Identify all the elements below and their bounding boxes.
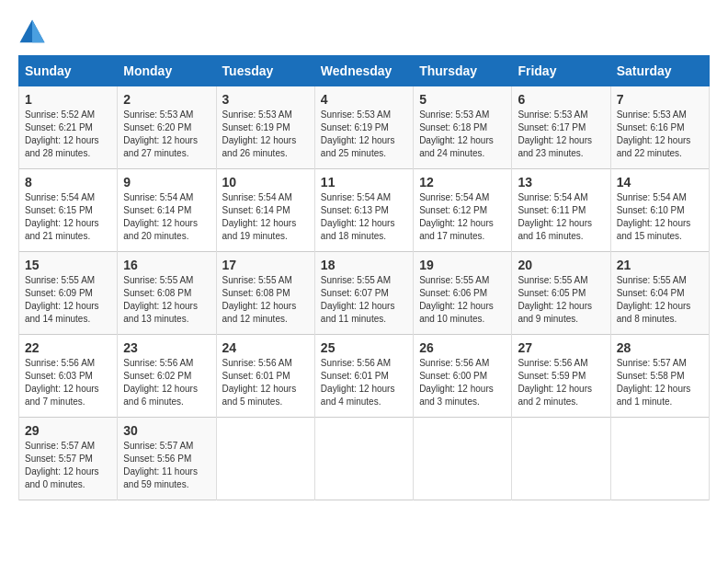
day-info: Sunrise: 5:53 AM Sunset: 6:18 PM Dayligh… xyxy=(419,109,506,160)
calendar-cell: 12 Sunrise: 5:54 AM Sunset: 6:12 PM Dayl… xyxy=(414,169,512,252)
calendar-cell: 18 Sunrise: 5:55 AM Sunset: 6:07 PM Dayl… xyxy=(314,252,413,335)
header-day-sunday: Sunday xyxy=(19,56,118,86)
day-number: 12 xyxy=(419,175,506,190)
svg-marker-1 xyxy=(32,20,45,43)
logo-icon xyxy=(18,18,46,46)
week-row-3: 15 Sunrise: 5:55 AM Sunset: 6:09 PM Dayl… xyxy=(19,252,710,335)
day-info: Sunrise: 5:55 AM Sunset: 6:07 PM Dayligh… xyxy=(321,274,407,326)
day-number: 4 xyxy=(321,92,407,107)
calendar-cell: 1 Sunrise: 5:52 AM Sunset: 6:21 PM Dayli… xyxy=(19,86,118,169)
day-number: 23 xyxy=(123,340,210,355)
day-number: 16 xyxy=(123,258,210,272)
day-number: 24 xyxy=(222,340,309,355)
day-number: 20 xyxy=(518,258,604,272)
header-day-saturday: Saturday xyxy=(610,56,709,86)
calendar-cell: 19 Sunrise: 5:55 AM Sunset: 6:06 PM Dayl… xyxy=(414,252,512,335)
day-number: 15 xyxy=(25,258,111,272)
calendar-cell: 30 Sunrise: 5:57 AM Sunset: 5:56 PM Dayl… xyxy=(118,418,216,500)
day-info: Sunrise: 5:56 AM Sunset: 6:01 PM Dayligh… xyxy=(222,357,309,408)
day-number: 26 xyxy=(419,340,506,355)
day-info: Sunrise: 5:55 AM Sunset: 6:04 PM Dayligh… xyxy=(617,274,703,326)
calendar-cell: 22 Sunrise: 5:56 AM Sunset: 6:03 PM Dayl… xyxy=(19,335,118,418)
calendar-cell xyxy=(610,418,709,500)
calendar-cell xyxy=(216,418,314,500)
calendar-cell: 10 Sunrise: 5:54 AM Sunset: 6:14 PM Dayl… xyxy=(216,169,314,252)
day-info: Sunrise: 5:56 AM Sunset: 6:02 PM Dayligh… xyxy=(123,357,210,408)
day-number: 25 xyxy=(321,340,407,355)
day-number: 7 xyxy=(617,92,703,107)
calendar-cell xyxy=(314,418,413,500)
day-info: Sunrise: 5:55 AM Sunset: 6:06 PM Dayligh… xyxy=(419,274,506,326)
day-info: Sunrise: 5:54 AM Sunset: 6:14 PM Dayligh… xyxy=(222,191,309,243)
logo xyxy=(18,18,50,46)
day-number: 28 xyxy=(617,340,703,355)
day-number: 29 xyxy=(25,423,111,438)
calendar-body: 1 Sunrise: 5:52 AM Sunset: 6:21 PM Dayli… xyxy=(19,86,710,500)
header-day-tuesday: Tuesday xyxy=(216,56,314,86)
calendar-header: SundayMondayTuesdayWednesdayThursdayFrid… xyxy=(19,56,710,86)
calendar-table: SundayMondayTuesdayWednesdayThursdayFrid… xyxy=(18,55,710,500)
header-day-monday: Monday xyxy=(118,56,216,86)
day-info: Sunrise: 5:53 AM Sunset: 6:19 PM Dayligh… xyxy=(321,109,407,160)
day-info: Sunrise: 5:53 AM Sunset: 6:17 PM Dayligh… xyxy=(518,109,604,160)
day-number: 14 xyxy=(617,175,703,190)
day-info: Sunrise: 5:53 AM Sunset: 6:20 PM Dayligh… xyxy=(123,109,210,160)
day-number: 21 xyxy=(617,258,703,272)
calendar-cell: 25 Sunrise: 5:56 AM Sunset: 6:01 PM Dayl… xyxy=(314,335,413,418)
header-day-friday: Friday xyxy=(512,56,610,86)
day-info: Sunrise: 5:55 AM Sunset: 6:08 PM Dayligh… xyxy=(222,274,309,326)
calendar-cell: 4 Sunrise: 5:53 AM Sunset: 6:19 PM Dayli… xyxy=(314,86,413,169)
calendar-cell: 23 Sunrise: 5:56 AM Sunset: 6:02 PM Dayl… xyxy=(118,335,216,418)
calendar-cell: 20 Sunrise: 5:55 AM Sunset: 6:05 PM Dayl… xyxy=(512,252,610,335)
day-number: 13 xyxy=(518,175,604,190)
day-info: Sunrise: 5:54 AM Sunset: 6:10 PM Dayligh… xyxy=(617,191,703,243)
calendar-cell: 5 Sunrise: 5:53 AM Sunset: 6:18 PM Dayli… xyxy=(414,86,512,169)
calendar-cell: 14 Sunrise: 5:54 AM Sunset: 6:10 PM Dayl… xyxy=(610,169,709,252)
day-number: 3 xyxy=(222,92,309,107)
calendar-cell: 28 Sunrise: 5:57 AM Sunset: 5:58 PM Dayl… xyxy=(610,335,709,418)
day-number: 30 xyxy=(123,423,210,438)
calendar-cell: 24 Sunrise: 5:56 AM Sunset: 6:01 PM Dayl… xyxy=(216,335,314,418)
calendar-cell: 2 Sunrise: 5:53 AM Sunset: 6:20 PM Dayli… xyxy=(118,86,216,169)
week-row-4: 22 Sunrise: 5:56 AM Sunset: 6:03 PM Dayl… xyxy=(19,335,710,418)
day-info: Sunrise: 5:53 AM Sunset: 6:16 PM Dayligh… xyxy=(617,109,703,160)
day-number: 27 xyxy=(518,340,604,355)
day-info: Sunrise: 5:54 AM Sunset: 6:11 PM Dayligh… xyxy=(518,191,604,243)
day-number: 19 xyxy=(419,258,506,272)
calendar-cell: 3 Sunrise: 5:53 AM Sunset: 6:19 PM Dayli… xyxy=(216,86,314,169)
day-number: 2 xyxy=(123,92,210,107)
day-info: Sunrise: 5:57 AM Sunset: 5:58 PM Dayligh… xyxy=(617,357,703,408)
day-number: 6 xyxy=(518,92,604,107)
calendar-cell: 17 Sunrise: 5:55 AM Sunset: 6:08 PM Dayl… xyxy=(216,252,314,335)
day-number: 5 xyxy=(419,92,506,107)
day-number: 8 xyxy=(25,175,111,190)
calendar-cell: 9 Sunrise: 5:54 AM Sunset: 6:14 PM Dayli… xyxy=(118,169,216,252)
calendar-cell: 21 Sunrise: 5:55 AM Sunset: 6:04 PM Dayl… xyxy=(610,252,709,335)
day-info: Sunrise: 5:54 AM Sunset: 6:12 PM Dayligh… xyxy=(419,191,506,243)
header xyxy=(18,18,710,46)
day-info: Sunrise: 5:56 AM Sunset: 6:01 PM Dayligh… xyxy=(321,357,407,408)
calendar-cell: 8 Sunrise: 5:54 AM Sunset: 6:15 PM Dayli… xyxy=(19,169,118,252)
day-info: Sunrise: 5:52 AM Sunset: 6:21 PM Dayligh… xyxy=(25,109,111,160)
day-number: 22 xyxy=(25,340,111,355)
day-info: Sunrise: 5:54 AM Sunset: 6:13 PM Dayligh… xyxy=(321,191,407,243)
day-info: Sunrise: 5:54 AM Sunset: 6:14 PM Dayligh… xyxy=(123,191,210,243)
day-info: Sunrise: 5:56 AM Sunset: 5:59 PM Dayligh… xyxy=(518,357,604,408)
week-row-2: 8 Sunrise: 5:54 AM Sunset: 6:15 PM Dayli… xyxy=(19,169,710,252)
day-info: Sunrise: 5:57 AM Sunset: 5:56 PM Dayligh… xyxy=(123,440,210,491)
day-info: Sunrise: 5:56 AM Sunset: 6:00 PM Dayligh… xyxy=(419,357,506,408)
header-row: SundayMondayTuesdayWednesdayThursdayFrid… xyxy=(19,56,710,86)
week-row-5: 29 Sunrise: 5:57 AM Sunset: 5:57 PM Dayl… xyxy=(19,418,710,500)
calendar-cell: 13 Sunrise: 5:54 AM Sunset: 6:11 PM Dayl… xyxy=(512,169,610,252)
week-row-1: 1 Sunrise: 5:52 AM Sunset: 6:21 PM Dayli… xyxy=(19,86,710,169)
day-number: 1 xyxy=(25,92,111,107)
day-info: Sunrise: 5:55 AM Sunset: 6:09 PM Dayligh… xyxy=(25,274,111,326)
calendar-cell: 11 Sunrise: 5:54 AM Sunset: 6:13 PM Dayl… xyxy=(314,169,413,252)
day-info: Sunrise: 5:57 AM Sunset: 5:57 PM Dayligh… xyxy=(25,440,111,491)
day-number: 18 xyxy=(321,258,407,272)
calendar-cell: 26 Sunrise: 5:56 AM Sunset: 6:00 PM Dayl… xyxy=(414,335,512,418)
day-info: Sunrise: 5:55 AM Sunset: 6:08 PM Dayligh… xyxy=(123,274,210,326)
header-day-thursday: Thursday xyxy=(414,56,512,86)
calendar-cell: 27 Sunrise: 5:56 AM Sunset: 5:59 PM Dayl… xyxy=(512,335,610,418)
calendar-cell xyxy=(512,418,610,500)
